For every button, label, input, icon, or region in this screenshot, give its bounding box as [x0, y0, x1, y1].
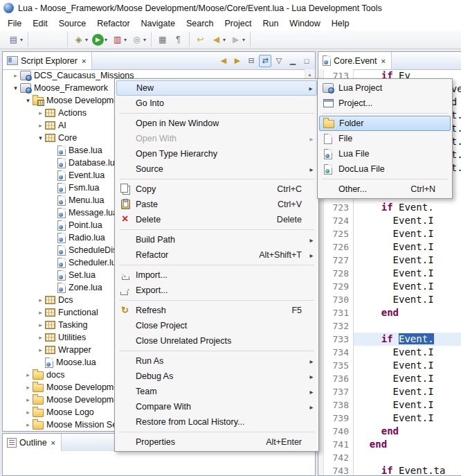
menu-item-restore-from-local-history[interactable]: Restore from Local History...: [116, 414, 317, 430]
submenu-item-project[interactable]: Project...: [319, 96, 451, 111]
view-menu-button[interactable]: ▽: [273, 55, 285, 67]
menu-item-open-type-hierarchy[interactable]: Open Type Hierarchy: [116, 146, 317, 161]
menu-shortcut: Ctrl+N: [410, 184, 441, 194]
code-line: 724 Event.I: [324, 214, 461, 227]
menu-window[interactable]: Window: [284, 17, 325, 30]
debug-config-button[interactable]: ◈▾: [71, 33, 89, 46]
menu-refactor[interactable]: Refactor: [91, 17, 135, 30]
collapsed-twisty-icon[interactable]: ▸: [24, 371, 33, 378]
submenu-item-folder[interactable]: Folder: [319, 116, 451, 131]
close-icon[interactable]: ×: [380, 57, 387, 65]
menu-icon-empty: [118, 319, 133, 332]
menu-file[interactable]: File: [2, 17, 27, 30]
folder-icon: [33, 371, 44, 380]
menu-item-source[interactable]: Source▸: [116, 161, 317, 177]
menu-item-export[interactable]: Export...: [116, 283, 317, 298]
menu-item-debug-as[interactable]: Debug As▸: [116, 369, 317, 384]
menu-icon-empty: [118, 249, 133, 261]
open-type-button[interactable]: ▦: [155, 33, 170, 46]
menu-icon-empty: [118, 132, 133, 145]
run-button[interactable]: ▶▾: [91, 33, 109, 46]
tab-core-event[interactable]: Core.Event ×: [318, 52, 392, 69]
collapsed-twisty-icon[interactable]: ▸: [36, 109, 45, 116]
menu-item-close-project[interactable]: Close Project: [116, 318, 317, 333]
submenu-item-other[interactable]: Other...Ctrl+N: [319, 182, 451, 197]
tab-script-explorer[interactable]: Script Explorer ×: [3, 52, 92, 69]
collapsed-twisty-icon[interactable]: ▸: [36, 297, 45, 303]
menu-item-new[interactable]: New▸: [116, 80, 317, 96]
menu-item-go-into[interactable]: Go Into: [116, 96, 317, 111]
menu-item-delete[interactable]: DeleteDelete: [116, 212, 317, 227]
menu-item-compare-with[interactable]: Compare With▸: [116, 399, 317, 414]
luafile-icon: [57, 183, 66, 193]
toolbar-group: ▤▾: [3, 32, 28, 47]
coverage-icon: ▥: [111, 34, 123, 46]
collapsed-twisty-icon[interactable]: ▸: [36, 346, 45, 353]
menu-item-refresh[interactable]: RefreshF5: [116, 303, 317, 318]
collapsed-twisty-icon[interactable]: ▸: [36, 122, 45, 129]
collapsed-twisty-icon[interactable]: ▸: [36, 334, 45, 341]
menu-project[interactable]: Project: [219, 17, 257, 30]
menu-separator: [119, 351, 314, 351]
menu-item-import[interactable]: Import...: [116, 267, 317, 283]
menu-item-copy[interactable]: CopyCtrl+C: [116, 182, 317, 197]
menu-search[interactable]: Search: [181, 17, 219, 30]
menu-item-run-as[interactable]: Run As▸: [116, 353, 317, 369]
tab-outline[interactable]: Outline ×: [3, 434, 62, 451]
last-edit-location-button[interactable]: ↩: [193, 33, 208, 46]
back-button[interactable]: ◀▾: [209, 33, 227, 46]
menu-separator: [322, 113, 448, 114]
forward-history-button[interactable]: ▶: [231, 55, 244, 67]
folder-icon: [321, 117, 336, 130]
expanded-twisty-icon[interactable]: ▾: [36, 134, 45, 141]
luafile-icon: [57, 233, 66, 243]
menu-run[interactable]: Run: [257, 17, 284, 30]
collapsed-twisty-icon[interactable]: ▸: [36, 321, 45, 328]
menu-item-open-in-new-window[interactable]: Open in New Window: [116, 116, 317, 131]
package-icon: [45, 346, 55, 354]
menu-item-paste[interactable]: PasteCtrl+V: [116, 197, 317, 212]
menu-item-refactor[interactable]: RefactorAlt+Shift+T▸: [116, 247, 317, 263]
forward-button[interactable]: ▶▾: [228, 33, 246, 46]
package-icon: [45, 321, 55, 329]
menu-source[interactable]: Source: [53, 17, 92, 30]
new-wizard-button[interactable]: ▤▾: [6, 33, 24, 46]
expanded-twisty-icon[interactable]: ▾: [24, 97, 33, 104]
submenu-item-doclua-file[interactable]: DocLua File: [319, 161, 451, 177]
package-icon: [45, 134, 55, 142]
line-number: 727: [324, 254, 354, 267]
lua-file-icon: [323, 55, 331, 66]
close-icon[interactable]: ×: [80, 57, 87, 65]
submenu-item-lua-file[interactable]: Lua File: [319, 146, 451, 161]
collapsed-twisty-icon[interactable]: ▸: [24, 384, 33, 391]
collapsed-twisty-icon[interactable]: ▸: [24, 421, 33, 428]
search-button[interactable]: ◎▾: [129, 33, 147, 46]
menu-item-properties[interactable]: PropertiesAlt+Enter: [116, 434, 317, 450]
collapsed-twisty-icon[interactable]: ▸: [11, 72, 20, 79]
menu-item-team[interactable]: Team▸: [116, 384, 317, 399]
app-icon[interactable]: [3, 3, 14, 13]
menu-item-open-with[interactable]: Open With▸: [116, 131, 317, 146]
menu-help[interactable]: Help: [326, 17, 355, 30]
collapsed-twisty-icon[interactable]: ▸: [24, 396, 33, 403]
close-icon[interactable]: ×: [50, 439, 57, 447]
submenu-item-lua-project[interactable]: Lua Project: [319, 80, 451, 96]
menu-edit[interactable]: Edit: [27, 17, 53, 30]
collapsed-twisty-icon[interactable]: ▸: [36, 309, 45, 316]
menu-item-close-unrelated-projects[interactable]: Close Unrelated Projects: [116, 333, 317, 349]
mark-occurrences-button[interactable]: ¶: [171, 33, 186, 46]
menu-navigate[interactable]: Navigate: [136, 17, 181, 30]
maximize-button[interactable]: □: [300, 55, 313, 67]
submenu-arrow-icon: ▸: [307, 358, 316, 365]
minimize-button[interactable]: ▁: [287, 55, 299, 67]
link-editor-button[interactable]: ⇄: [259, 55, 271, 67]
collapse-all-button[interactable]: ⊟: [245, 55, 257, 67]
submenu-arrow-icon: ▸: [307, 85, 315, 92]
coverage-button[interactable]: ▥▾: [110, 33, 128, 46]
submenu-item-file[interactable]: File: [319, 131, 451, 146]
menu-item-build-path[interactable]: Build Path▸: [116, 232, 317, 247]
expanded-twisty-icon[interactable]: ▾: [11, 85, 20, 91]
line-number: 729: [324, 280, 354, 293]
back-history-button[interactable]: ◀: [217, 55, 230, 67]
collapsed-twisty-icon[interactable]: ▸: [24, 409, 33, 416]
